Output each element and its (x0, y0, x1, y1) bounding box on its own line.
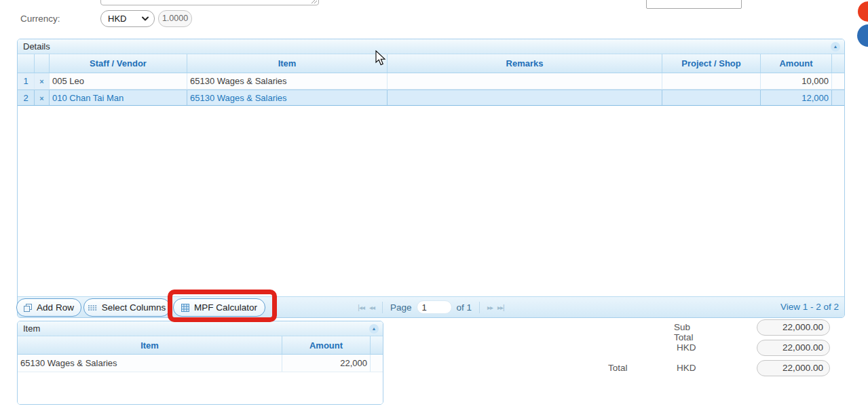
total-currency-label: HKD (677, 363, 696, 373)
details-collapse-button[interactable]: ▲ (831, 42, 840, 52)
details-panel-title: Details (23, 41, 831, 52)
add-row-icon (24, 304, 32, 312)
amount-input-topright[interactable] (646, 0, 742, 9)
currency-select[interactable]: HKD (100, 10, 155, 27)
mpf-calculator-button[interactable]: MPF Calculator (173, 298, 265, 317)
first-page-icon[interactable]: |◂◂ (358, 304, 364, 311)
payment-entry-screen: { "currency_row": { "label": "Currency:"… (0, 0, 868, 417)
select-columns-icon (88, 304, 97, 311)
table-row[interactable]: 1 × 005 Leo 65130 Wages & Salaries 10,00… (18, 73, 844, 90)
mpf-calculator-label: MPF Calculator (194, 302, 257, 313)
cell-item[interactable]: 65130 Wages & Salaries (187, 90, 388, 105)
view-range-label: View 1 - 2 of 2 (780, 302, 839, 312)
item-grid-header: Item Amount (18, 336, 383, 355)
cell-remarks[interactable] (388, 90, 662, 105)
table-row-selected[interactable]: 2 × 010 Chan Tai Man 65130 Wages & Salar… (18, 90, 844, 106)
base-currency-field: 22,000.00 (757, 340, 830, 356)
cell-amount[interactable]: 12,000 (761, 90, 832, 105)
item-summary-panel: Item ▲ Item Amount 65130 Wages & Salarie… (17, 321, 383, 405)
details-panel-titlebar: Details ▲ (18, 39, 844, 54)
cell-spare (371, 355, 383, 372)
cell-remarks[interactable] (388, 73, 662, 89)
header-spare (832, 54, 844, 73)
currency-label: Currency: (20, 14, 60, 24)
collapse-up-icon: ▲ (833, 44, 838, 49)
cell-spare (832, 73, 844, 89)
row-number: 2 (18, 90, 35, 105)
item-panel-titlebar: Item ▲ (18, 321, 383, 336)
base-currency-label: HKD (677, 342, 696, 353)
row-number: 1 (18, 73, 35, 89)
calculator-grid-icon (181, 304, 189, 312)
cell-project[interactable] (662, 90, 761, 105)
delete-icon: × (39, 94, 43, 102)
subtotal-label: Sub Total (674, 322, 694, 342)
details-panel: Details ▲ Staff / Vendor Item Remarks Pr… (17, 39, 845, 318)
chevron-down-icon (142, 16, 149, 21)
cell-staff[interactable]: 010 Chan Tai Man (50, 90, 187, 105)
header-rownum[interactable] (18, 54, 35, 73)
header-amount[interactable]: Amount (761, 54, 832, 73)
item-panel-title: Item (23, 323, 369, 334)
header-spare (371, 336, 383, 354)
select-columns-label: Select Columns (102, 302, 166, 313)
currency-select-value: HKD (108, 14, 142, 24)
header-item[interactable]: Item (18, 336, 282, 354)
cell-spare (832, 90, 844, 105)
list-item[interactable]: 65130 Wages & Salaries 22,000 (18, 355, 383, 372)
cell-amount[interactable]: 10,000 (761, 73, 832, 89)
of-label: of 1 (457, 302, 472, 313)
details-grid-body: 1 × 005 Leo 65130 Wages & Salaries 10,00… (18, 73, 844, 296)
delete-row-button[interactable]: × (35, 73, 50, 89)
select-columns-button[interactable]: Select Columns (83, 298, 170, 317)
header-staff-vendor[interactable]: Staff / Vendor (50, 54, 187, 73)
cell-project[interactable] (662, 73, 761, 89)
subtotal-field: 22,000.00 (757, 319, 830, 336)
last-page-icon[interactable]: ▸▸| (497, 304, 504, 311)
next-page-icon[interactable]: ▸▸ (487, 304, 493, 311)
item-collapse-button[interactable]: ▲ (369, 324, 379, 334)
header-delete[interactable] (35, 54, 50, 73)
header-amount[interactable]: Amount (282, 336, 371, 354)
total-field: 22,000.00 (757, 360, 830, 376)
header-item[interactable]: Item (187, 54, 388, 73)
delete-icon: × (39, 77, 43, 85)
floating-red-button[interactable] (858, 1, 868, 22)
pagination-controls: |◂◂ ◂◂ Page of 1 ▸▸ ▸▸| (358, 300, 504, 314)
resize-grip-icon[interactable] (311, 0, 317, 3)
floating-blue-button[interactable] (857, 24, 868, 47)
page-number-input[interactable] (417, 300, 452, 314)
cell-item[interactable]: 65130 Wages & Salaries (187, 73, 388, 89)
total-label: Total (608, 363, 628, 373)
item-grid-body: 65130 Wages & Salaries 22,000 (18, 355, 383, 404)
add-row-button[interactable]: Add Row (16, 298, 81, 317)
details-grid-header: Staff / Vendor Item Remarks Project / Sh… (18, 54, 844, 73)
pager-separator (382, 302, 383, 313)
cell-item: 65130 Wages & Salaries (18, 355, 282, 372)
header-project-shop[interactable]: Project / Shop (662, 54, 761, 73)
add-row-label: Add Row (37, 302, 74, 313)
cell-staff[interactable]: 005 Leo (50, 73, 187, 89)
collapse-up-icon: ▲ (372, 326, 377, 331)
delete-row-button[interactable]: × (35, 90, 50, 105)
memo-textarea[interactable] (100, 0, 319, 5)
exchange-rate-field: 1.0000 (158, 10, 192, 27)
pager-separator (479, 302, 480, 313)
prev-page-icon[interactable]: ◂◂ (369, 304, 375, 311)
header-remarks[interactable]: Remarks (388, 54, 662, 73)
cell-amount: 22,000 (282, 355, 371, 372)
page-label: Page (390, 302, 412, 313)
